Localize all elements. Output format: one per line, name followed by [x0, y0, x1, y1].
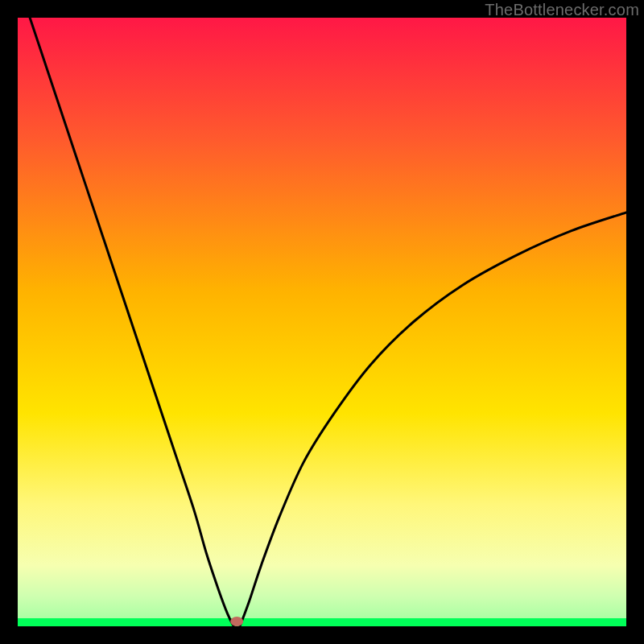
green-band — [18, 618, 626, 626]
minimum-marker — [230, 617, 243, 626]
watermark-text: TheBottlenecker.com — [485, 1, 639, 19]
chart-frame: TheBottlenecker.com — [0, 0, 644, 644]
chart-svg — [18, 18, 626, 626]
gradient-background — [18, 18, 626, 626]
plot-area — [18, 18, 626, 626]
